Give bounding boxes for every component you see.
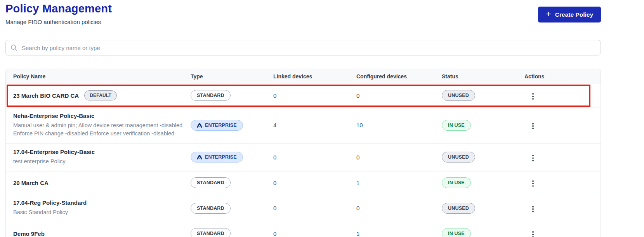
actions-cell — [524, 119, 601, 132]
type-pill: STANDARD — [191, 203, 231, 214]
policy-name-cell: 17.04-Enterprise Policy-Basic test enter… — [6, 149, 191, 166]
type-cell: STANDARD — [191, 177, 273, 188]
actions-cell — [524, 227, 601, 237]
create-policy-label: Create Policy — [555, 11, 593, 18]
more-actions-button[interactable] — [530, 204, 536, 215]
column-header-type: Type — [191, 73, 273, 80]
policy-name: 17.04-Enterprise Policy-Basic — [13, 149, 95, 155]
type-pill: STANDARD — [191, 90, 231, 101]
table-row: Neha-Enterprise Policy-Basic Manual user… — [6, 107, 601, 144]
linked-devices-count: 0 — [273, 180, 356, 186]
actions-cell — [524, 202, 601, 215]
column-header-configured-devices: Configured devices — [356, 73, 442, 80]
type-label: ENTERPRISE — [205, 154, 237, 160]
policy-name-cell: 17.04-Reg Policy-Standard Basic Standard… — [6, 199, 191, 217]
table-row: 20 March CA STANDARD 0 1 IN USE — [6, 171, 601, 195]
type-cell: ENTERPRISE — [191, 120, 273, 131]
status-pill: IN USE — [442, 120, 471, 131]
more-actions-button[interactable] — [530, 152, 536, 163]
page-subtitle: Manage FIDO authentication policies — [5, 19, 112, 25]
status-pill: UNUSED — [442, 90, 475, 101]
status-cell: UNUSED — [442, 152, 524, 163]
type-cell: STANDARD — [191, 90, 273, 101]
policy-description-line: test enterprise Policy — [13, 157, 185, 166]
policy-management-page: Policy Management Manage FIDO authentica… — [5, 0, 601, 237]
page-heading-block: Policy Management Manage FIDO authentica… — [5, 2, 112, 25]
type-label: STANDARD — [197, 231, 224, 236]
more-actions-button[interactable] — [530, 91, 536, 102]
policy-description: Manual user & admin pin; Allow device re… — [13, 121, 185, 138]
enterprise-logo-icon — [197, 123, 202, 128]
policy-description-line: Enforce PIN change -disabled Enforce use… — [13, 130, 185, 138]
actions-cell — [524, 151, 601, 164]
search-icon — [10, 44, 17, 51]
status-pill: UNUSED — [442, 203, 475, 214]
status-pill: UNUSED — [442, 152, 475, 163]
create-policy-button[interactable]: + Create Policy — [538, 7, 601, 22]
status-cell: IN USE — [442, 177, 524, 188]
type-label: STANDARD — [197, 93, 224, 98]
policy-description-line: Manual user & admin pin; Allow device re… — [13, 121, 185, 130]
configured-devices-count: 10 — [356, 122, 442, 128]
configured-devices-count: 1 — [356, 230, 442, 237]
column-header-actions: Actions — [524, 73, 601, 80]
linked-devices-count: 0 — [273, 154, 356, 161]
type-pill: ENTERPRISE — [191, 152, 243, 163]
column-header-policy-name: Policy Name — [6, 73, 191, 80]
configured-devices-count: 0 — [356, 205, 442, 211]
policy-name-cell: Demo 9Feb — [6, 230, 191, 237]
type-cell: ENTERPRISE — [191, 152, 273, 163]
status-pill: IN USE — [442, 228, 471, 237]
configured-devices-count: 1 — [356, 180, 442, 186]
policy-name: 20 March CA — [13, 180, 49, 186]
type-label: STANDARD — [197, 206, 224, 211]
actions-cell — [524, 89, 601, 102]
status-cell: IN USE — [442, 120, 524, 131]
type-pill: STANDARD — [191, 177, 231, 188]
policy-name: Neha-Enterprise Policy-Basic — [13, 112, 94, 119]
policy-name: Demo 9Feb — [13, 230, 45, 237]
actions-cell — [524, 176, 601, 189]
table-body: 23 March BIO CARD CA DEFAULT STANDARD 0 … — [6, 84, 601, 237]
policy-description: test enterprise Policy — [13, 157, 185, 166]
status-cell: UNUSED — [442, 203, 524, 214]
policy-table: Policy Name Type Linked devices Configur… — [5, 69, 601, 237]
configured-devices-count: 0 — [356, 154, 442, 161]
linked-devices-count: 0 — [273, 92, 356, 99]
linked-devices-count: 4 — [273, 122, 356, 128]
search-input[interactable] — [22, 40, 596, 55]
more-actions-button[interactable] — [530, 178, 536, 189]
default-badge: DEFAULT — [84, 90, 117, 100]
type-pill: ENTERPRISE — [191, 120, 243, 131]
table-row: Demo 9Feb STANDARD 0 1 IN USE — [6, 222, 601, 237]
status-cell: UNUSED — [442, 90, 524, 101]
type-pill: STANDARD — [191, 228, 231, 237]
policy-name-cell: 20 March CA — [6, 180, 191, 186]
policy-description: Basic Standard Policy — [13, 208, 185, 217]
policy-name: 17.04-Reg Policy-Standard — [13, 199, 87, 206]
policy-name-cell: 23 March BIO CARD CA DEFAULT — [6, 90, 191, 100]
linked-devices-count: 0 — [273, 230, 356, 237]
column-header-linked-devices: Linked devices — [273, 73, 356, 80]
search-bar — [5, 40, 601, 55]
linked-devices-count: 0 — [273, 205, 356, 211]
more-actions-button[interactable] — [530, 229, 536, 237]
policy-description-line: Basic Standard Policy — [13, 208, 185, 217]
policy-name-cell: Neha-Enterprise Policy-Basic Manual user… — [6, 112, 191, 138]
page-title: Policy Management — [5, 2, 112, 15]
policy-name: 23 March BIO CARD CA — [13, 92, 79, 99]
table-row: 17.04-Reg Policy-Standard Basic Standard… — [6, 194, 601, 222]
more-actions-button[interactable] — [530, 121, 536, 131]
table-row: 23 March BIO CARD CA DEFAULT STANDARD 0 … — [6, 84, 601, 107]
plus-icon: + — [546, 10, 551, 19]
enterprise-logo-icon — [197, 155, 202, 159]
table-row: 17.04-Enterprise Policy-Basic test enter… — [6, 144, 601, 171]
type-label: STANDARD — [197, 180, 224, 185]
type-cell: STANDARD — [191, 203, 273, 214]
status-pill: IN USE — [442, 177, 471, 188]
type-cell: STANDARD — [191, 228, 273, 237]
status-cell: IN USE — [442, 228, 524, 237]
table-header-row: Policy Name Type Linked devices Configur… — [6, 69, 601, 84]
column-header-status: Status — [442, 73, 524, 80]
configured-devices-count: 0 — [356, 92, 442, 99]
